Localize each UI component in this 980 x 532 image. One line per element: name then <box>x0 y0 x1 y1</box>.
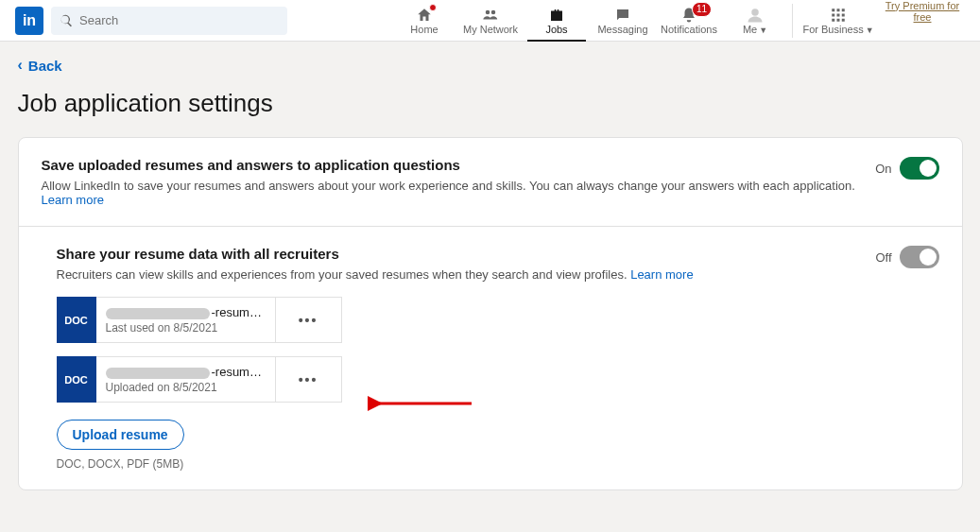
resume-item: DOC -resum… Uploaded on 8/5/2021 ••• <box>57 356 939 403</box>
resume-filename: -resum… <box>106 365 266 379</box>
svg-point-0 <box>486 9 490 14</box>
save-resumes-toggle[interactable] <box>900 157 939 180</box>
nav-label: My Network <box>463 24 518 35</box>
svg-point-2 <box>751 9 759 16</box>
back-label: Back <box>28 58 62 74</box>
nav-label: Home <box>410 24 438 35</box>
resume-filename: -resum… <box>106 305 266 319</box>
upload-hint: DOC, DOCX, PDF (5MB) <box>57 457 939 471</box>
section-title: Save uploaded resumes and answers to app… <box>42 157 876 173</box>
svg-rect-9 <box>832 18 834 21</box>
more-dots-icon: ••• <box>299 372 318 387</box>
premium-link[interactable]: Try Premium for free <box>885 0 959 23</box>
section-save-resumes: Save uploaded resumes and answers to app… <box>19 138 962 226</box>
notifications-badge: 11 <box>692 2 712 17</box>
doc-type-badge: DOC <box>57 356 96 403</box>
nav-home[interactable]: Home <box>391 0 457 42</box>
resume-item: DOC -resum… Last used on 8/5/2021 ••• <box>57 297 939 343</box>
toggle-state-label: On <box>875 162 891 176</box>
nav-jobs[interactable]: Jobs <box>524 0 590 42</box>
section-title: Share your resume data with all recruite… <box>57 246 694 262</box>
svg-rect-3 <box>832 9 834 11</box>
resume-more-button[interactable]: ••• <box>276 297 342 343</box>
global-nav: in Home My Network Jobs Messaging 11 Not… <box>0 0 980 42</box>
resume-list: DOC -resum… Last used on 8/5/2021 ••• DO… <box>57 297 939 471</box>
search-icon <box>59 13 74 28</box>
chat-icon <box>614 7 631 24</box>
nav-label: Jobs <box>545 24 567 35</box>
nav-label: Me▼ <box>743 24 767 35</box>
svg-rect-11 <box>842 18 845 21</box>
more-dots-icon: ••• <box>299 313 318 328</box>
section-desc: Allow LinkedIn to save your resumes and … <box>42 179 876 207</box>
people-icon <box>482 7 499 24</box>
nav-label: For Business▼ <box>802 24 873 35</box>
learn-more-link[interactable]: Learn more <box>42 193 104 207</box>
redacted-text <box>106 308 210 319</box>
settings-card: Save uploaded resumes and answers to app… <box>18 137 963 490</box>
briefcase-icon <box>548 7 565 24</box>
nav-messaging[interactable]: Messaging <box>590 0 656 42</box>
resume-more-button[interactable]: ••• <box>276 356 342 403</box>
search-input-wrap[interactable] <box>51 7 287 35</box>
resume-info[interactable]: -resum… Last used on 8/5/2021 <box>96 297 276 343</box>
svg-rect-6 <box>832 13 834 16</box>
search-input[interactable] <box>79 13 280 27</box>
svg-rect-7 <box>837 13 840 16</box>
chevron-left-icon: ‹ <box>18 57 23 74</box>
nav-notifications[interactable]: 11 Notifications <box>656 0 722 42</box>
resume-meta: Last used on 8/5/2021 <box>106 321 266 335</box>
share-recruiters-toggle[interactable] <box>900 246 939 268</box>
page-title: Job application settings <box>18 89 963 118</box>
back-link[interactable]: ‹ Back <box>18 57 963 74</box>
nav-premium[interactable]: Try Premium for free <box>880 0 965 42</box>
apps-grid-icon <box>830 7 847 24</box>
home-badge <box>429 4 437 11</box>
nav-label: Messaging <box>597 24 647 35</box>
nav-label: Notifications <box>661 24 717 35</box>
avatar-icon <box>747 7 764 24</box>
svg-rect-4 <box>837 9 840 11</box>
doc-type-badge: DOC <box>57 297 96 343</box>
svg-rect-10 <box>837 18 840 21</box>
learn-more-link[interactable]: Learn more <box>630 267 693 282</box>
resume-meta: Uploaded on 8/5/2021 <box>106 381 266 394</box>
section-desc: Recruiters can view skills and experienc… <box>57 267 694 282</box>
svg-rect-5 <box>842 9 845 11</box>
nav-business[interactable]: For Business▼ <box>797 0 880 42</box>
svg-point-1 <box>491 9 496 14</box>
nav-divider <box>792 4 793 38</box>
nav-network[interactable]: My Network <box>457 0 524 42</box>
linkedin-logo[interactable]: in <box>15 7 43 35</box>
nav-me[interactable]: Me▼ <box>722 0 788 42</box>
svg-rect-8 <box>842 13 845 16</box>
toggle-state-label: Off <box>875 250 891 265</box>
section-share-recruiters: Share your resume data with all recruite… <box>19 226 962 489</box>
redacted-text <box>106 368 210 379</box>
resume-info[interactable]: -resum… Uploaded on 8/5/2021 <box>96 356 276 403</box>
upload-resume-button[interactable]: Upload resume <box>57 420 184 450</box>
